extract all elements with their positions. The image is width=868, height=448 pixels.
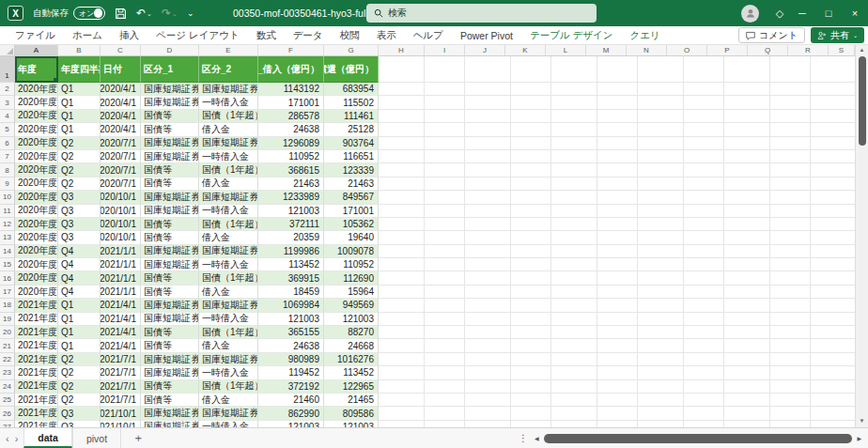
grid-empty-area[interactable] [379, 366, 855, 379]
cell[interactable]: 国債（1年超） [199, 326, 258, 339]
column-header-C[interactable]: C [101, 45, 141, 56]
cell[interactable]: 2020年度 [15, 83, 58, 96]
row-header-15[interactable]: 15 [0, 258, 15, 271]
grid-empty-area[interactable] [379, 326, 855, 339]
autosave-toggle[interactable]: 自動保存 オン [33, 7, 105, 20]
cell[interactable]: 借入金 [199, 178, 258, 191]
add-sheet-button[interactable]: ＋ [121, 430, 155, 446]
grid-empty-area[interactable] [379, 271, 855, 285]
row-header-14[interactable]: 14 [0, 245, 15, 258]
cell[interactable]: 2020年度 [15, 271, 58, 285]
cell[interactable]: 国債等 [141, 286, 199, 299]
cell[interactable]: 借入金 [199, 123, 258, 136]
cell[interactable]: 国債（1年超） [199, 163, 258, 177]
close-button[interactable]: × [842, 0, 868, 26]
cell[interactable]: 一時借入金 [199, 205, 258, 218]
excel-app-icon[interactable]: X [8, 6, 23, 21]
grid-empty-area[interactable] [379, 137, 855, 150]
cell[interactable]: 借入金 [199, 286, 258, 299]
cell[interactable]: 借入金 [199, 231, 258, 244]
column-header-K[interactable]: K [505, 45, 546, 56]
cell[interactable]: Q4 [58, 271, 101, 285]
cell[interactable]: 国庫短期証券 [199, 407, 258, 420]
cell[interactable]: Q2 [58, 380, 101, 394]
cell[interactable]: 21465 [324, 394, 379, 407]
scroll-right-icon[interactable]: ▶ [854, 435, 864, 441]
cell[interactable]: 2020年度 [15, 258, 58, 271]
cell[interactable]: 980989 [258, 353, 324, 366]
ribbon-tab[interactable]: Power Pivot [452, 26, 521, 45]
cell[interactable]: 286578 [258, 110, 324, 123]
cell[interactable]: 2021年度 [15, 353, 58, 366]
cell[interactable]: 国庫短期証券 [199, 353, 258, 366]
cell[interactable]: 一時借入金 [199, 313, 258, 326]
cell[interactable]: 18459 [258, 286, 324, 299]
cell[interactable]: 110952 [258, 150, 324, 163]
ribbon-tab[interactable]: ホーム [64, 26, 111, 45]
row-header-3[interactable]: 3 [0, 96, 15, 109]
cell[interactable]: 国庫短期証券 [141, 96, 199, 109]
cell[interactable]: 国庫短期証券 [141, 407, 199, 420]
cell[interactable]: 国庫短期証券 [199, 137, 258, 150]
cell[interactable]: Q2 [58, 366, 101, 379]
cell[interactable]: 123339 [324, 163, 379, 177]
cell[interactable]: 2021年度 [15, 366, 58, 379]
row-header-27[interactable]: 27 [0, 421, 15, 427]
column-header-P[interactable]: P [707, 45, 748, 56]
cell[interactable]: 2020/7/1 [101, 150, 141, 163]
column-header-R[interactable]: R [788, 45, 829, 56]
cell[interactable]: 一時借入金 [199, 150, 258, 163]
cell[interactable]: 2021/7/1 [101, 380, 141, 394]
cell[interactable]: 2021年度 [15, 326, 58, 339]
cell[interactable]: 2020年度 [15, 150, 58, 163]
cell[interactable]: 115502 [324, 96, 379, 109]
cell[interactable]: 国債等 [141, 339, 199, 352]
cell[interactable]: 国庫短期証券 [141, 83, 199, 96]
cell[interactable]: 国庫短期証券 [141, 150, 199, 163]
row-header-9[interactable]: 9 [0, 178, 15, 191]
cell[interactable]: 24638 [258, 123, 324, 136]
column-header-Q[interactable]: Q [748, 45, 788, 56]
scroll-up-icon[interactable]: ▲ [860, 45, 865, 54]
row-header-7[interactable]: 7 [0, 150, 15, 163]
cell[interactable]: 2020年度 [15, 110, 58, 123]
header-cell[interactable]: 日付 [101, 56, 141, 83]
cell[interactable]: 2020年度 [15, 163, 58, 177]
cell[interactable]: 683954 [324, 83, 379, 96]
sheet-tab-data[interactable]: data [23, 428, 72, 448]
header-cell[interactable]: 発行_借入（億円） [258, 56, 324, 83]
customize-qat-icon[interactable]: ⌄ [187, 9, 194, 18]
ribbon-tab[interactable]: テーブル デザイン [521, 26, 622, 45]
cell[interactable]: Q2 [58, 178, 101, 191]
cell[interactable]: 903764 [324, 137, 379, 150]
cell[interactable]: Q3 [58, 218, 101, 231]
cell[interactable]: 国債等 [141, 271, 199, 285]
grid-empty-area[interactable] [379, 96, 855, 109]
cell[interactable]: 171001 [258, 96, 324, 109]
sheet-tab-pivot[interactable]: pivot [72, 428, 121, 448]
cell[interactable]: 112690 [324, 271, 379, 285]
cell[interactable]: 国債（1年超） [199, 271, 258, 285]
cell[interactable]: Q4 [58, 245, 101, 258]
row-header-13[interactable]: 13 [0, 231, 15, 244]
cell[interactable]: 171001 [324, 205, 379, 218]
cell[interactable]: 借入金 [199, 394, 258, 407]
cell[interactable]: 105362 [324, 218, 379, 231]
cell[interactable]: 国庫短期証券 [141, 191, 199, 204]
ribbon-tab[interactable]: 校閲 [332, 26, 368, 45]
cell[interactable]: 372111 [258, 218, 324, 231]
column-header-H[interactable]: H [379, 45, 425, 56]
cell[interactable]: 2020/10/1 [101, 231, 141, 244]
row-header-22[interactable]: 22 [0, 353, 15, 366]
grid-empty-area[interactable] [379, 178, 855, 191]
cell[interactable]: 国債等 [141, 178, 199, 191]
ribbon-tab[interactable]: データ [285, 26, 332, 45]
sheet-nav-left-icon[interactable]: ‹ [0, 433, 15, 444]
cell[interactable]: 862990 [258, 407, 324, 420]
header-cell[interactable]: 償還（億円） [324, 56, 379, 83]
cell[interactable]: Q4 [58, 258, 101, 271]
row-header-21[interactable]: 21 [0, 339, 15, 352]
column-header-L[interactable]: L [546, 45, 586, 56]
cell[interactable]: 一時借入金 [199, 96, 258, 109]
column-header-M[interactable]: M [586, 45, 627, 56]
